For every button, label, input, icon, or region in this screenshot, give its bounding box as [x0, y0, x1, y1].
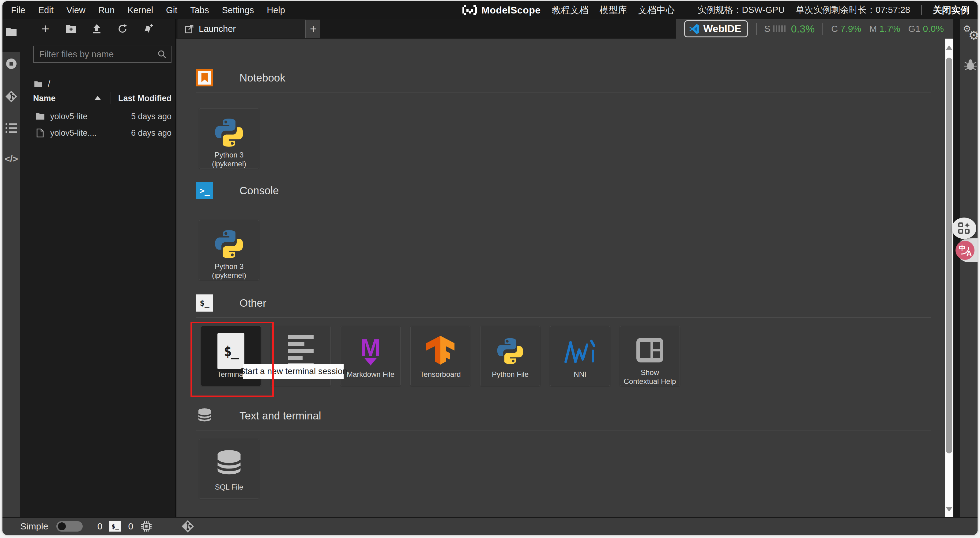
menu-kernel[interactable]: Kernel [127, 5, 153, 15]
webide-button[interactable]: WebIDE [684, 20, 748, 37]
file-browser-panel: + / Name Last Modified [20, 19, 175, 517]
card-label: Python 3 (ipykernel) [202, 150, 256, 168]
stat-cpu: C7.9% [831, 24, 861, 34]
menu-bar: File Edit View Run Kernel Git Tabs Setti… [2, 1, 978, 19]
section-title: Notebook [240, 72, 285, 84]
vertical-scrollbar[interactable] [945, 38, 953, 517]
tensorboard-icon [425, 335, 456, 367]
apps-fab-button[interactable] [952, 218, 976, 239]
annotation-red-box [191, 322, 274, 397]
clone-repo-button[interactable] [143, 23, 154, 34]
column-name[interactable]: Name [33, 94, 56, 103]
section-title: Text and terminal [240, 410, 321, 422]
menu-tabs[interactable]: Tabs [190, 5, 209, 15]
storage-bars-icon [773, 25, 786, 32]
section-divider [196, 205, 931, 205]
menu-help[interactable]: Help [267, 5, 285, 15]
menu-settings[interactable]: Settings [222, 5, 254, 15]
terminal-badge-icon[interactable]: $_ [109, 521, 121, 532]
launcher-card-show-contextual-help[interactable]: Show Contextual Help [620, 326, 680, 386]
database-icon [196, 407, 213, 424]
vscode-icon [689, 23, 700, 34]
breadcrumb[interactable]: / [34, 79, 50, 89]
scroll-up-arrow-icon[interactable] [946, 45, 952, 49]
new-tab-button[interactable]: + [306, 20, 320, 38]
instance-time-remaining: 单次实例剩余时长：07:57:28 [795, 4, 910, 16]
file-list-header: Name Last Modified [20, 92, 175, 104]
filter-files-input[interactable] [39, 49, 158, 59]
launcher-card-markdown-file[interactable]: M Markdown File [340, 326, 401, 386]
translate-fab-button[interactable]: 中A [956, 241, 975, 260]
scroll-down-arrow-icon[interactable] [946, 507, 952, 512]
text-file-icon [285, 334, 316, 368]
section-text-and-terminal-header: Text and terminal [196, 407, 321, 424]
file-icon [37, 128, 44, 138]
status-bar: Simple 0 $_ 0 [2, 517, 978, 535]
git-tab[interactable] [2, 90, 20, 103]
section-notebook-header: Notebook [196, 69, 285, 86]
launcher-card-sql-file[interactable]: SQL File [199, 439, 259, 499]
git-icon [181, 520, 194, 533]
launcher-card-nni[interactable]: NNI [550, 326, 610, 386]
launcher-card-tensorboard[interactable]: Tensorboard [410, 326, 470, 386]
link-tutorial-docs[interactable]: 教程文档 [552, 4, 588, 16]
table-of-contents-tab[interactable] [2, 123, 20, 134]
file-row-folder[interactable]: yolov5-lite 5 days ago [20, 108, 175, 124]
new-launcher-button[interactable]: + [40, 23, 51, 34]
divider [686, 5, 686, 15]
nni-icon [563, 338, 597, 364]
instance-spec: 实例规格：DSW-GPU [697, 4, 784, 16]
launcher-card-python-file[interactable]: Python File [480, 326, 540, 386]
modelscope-logo: ModelScope [463, 5, 541, 16]
stop-circle-icon [5, 57, 18, 70]
filter-files-box [33, 46, 172, 63]
section-divider [196, 317, 931, 318]
menu-git[interactable]: Git [166, 5, 177, 15]
file-row-file[interactable]: yolov5-lite.... 6 days ago [20, 125, 175, 141]
menu-edit[interactable]: Edit [38, 5, 54, 15]
running-kernels-tab[interactable] [2, 57, 20, 70]
section-console-header: >_ Console [196, 182, 279, 199]
card-label: Markdown File [343, 370, 398, 379]
toggle-knob [58, 522, 66, 530]
bug-icon[interactable] [964, 59, 977, 70]
settings-gears-icon[interactable]: ⚙⚙ [963, 25, 978, 41]
modelscope-brackets-icon [463, 5, 477, 15]
python-icon [495, 336, 525, 366]
folder-icon [5, 27, 17, 37]
new-folder-button[interactable] [65, 23, 76, 34]
refresh-button[interactable] [117, 23, 128, 34]
database-icon [213, 448, 245, 480]
launcher-card-notebook-python3[interactable]: Python 3 (ipykernel) [199, 108, 259, 169]
activity-strip: </> [2, 19, 20, 517]
console-icon: >_ [196, 182, 213, 199]
python-icon [213, 117, 245, 149]
folder-icon [35, 113, 45, 120]
simple-mode-toggle[interactable] [56, 521, 83, 532]
link-doc-center[interactable]: 文档中心 [638, 4, 675, 16]
chip-icon [140, 520, 152, 532]
divider [756, 23, 756, 35]
card-label: Tensorboard [413, 370, 468, 379]
stat-gpu: G10.0% [908, 24, 944, 34]
file-browser-tab[interactable] [2, 27, 20, 37]
tab-launcher[interactable]: Launcher [178, 20, 305, 38]
markdown-icon: M [361, 337, 381, 366]
link-model-hub[interactable]: 模型库 [599, 4, 627, 16]
menu-file[interactable]: File [11, 5, 25, 15]
upload-button[interactable] [91, 23, 102, 34]
menu-view[interactable]: View [67, 5, 86, 15]
scrollbar-thumb[interactable] [946, 57, 952, 454]
launcher-card-console-python3[interactable]: Python 3 (ipykernel) [199, 220, 259, 280]
card-label: Show Contextual Help [623, 368, 677, 386]
extensions-tab[interactable]: </> [2, 154, 20, 164]
close-instance-button[interactable]: 关闭实例 [933, 4, 970, 16]
menu-run[interactable]: Run [98, 5, 115, 15]
git-status-button[interactable] [181, 520, 194, 533]
kernel-status-button[interactable] [140, 520, 152, 532]
launcher-panel: Notebook Python 3 (ipykernel) >_ Console [177, 38, 945, 517]
breadcrumb-root[interactable]: / [48, 79, 50, 89]
column-last-modified[interactable]: Last Modified [118, 94, 172, 103]
stat-memory: M1.7% [869, 24, 900, 34]
resource-stats: WebIDE S 0.3% C7.9% M1.7% G10.0% [676, 19, 953, 38]
